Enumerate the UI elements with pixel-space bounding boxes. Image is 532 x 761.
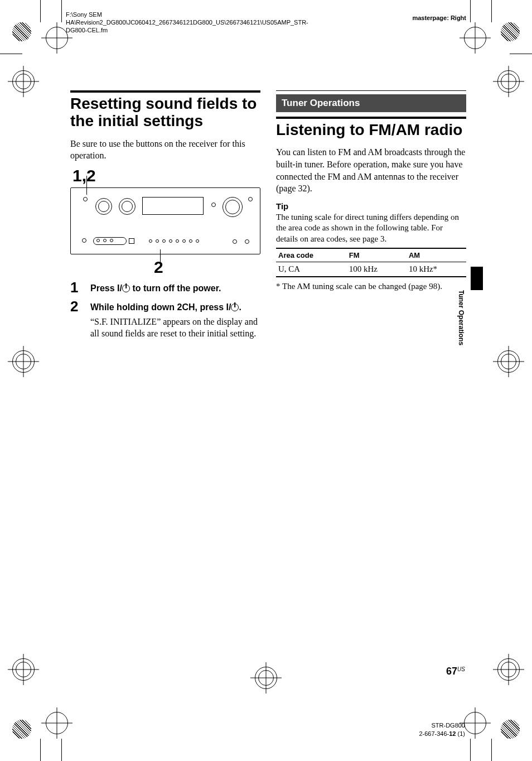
page-number: 67US <box>446 666 465 677</box>
crop-hatch-bl <box>12 720 31 739</box>
crop-line <box>470 739 471 761</box>
area-code-table: Area code FM AM U, CA 100 kHz 10 kHz* <box>276 248 466 277</box>
thumb-tab <box>471 267 483 290</box>
table-header: Area code <box>276 248 347 262</box>
heading-rule <box>276 90 466 91</box>
reg-mark-right-mid <box>497 350 520 373</box>
crop-line <box>40 739 41 761</box>
heading-rule <box>70 90 260 93</box>
callout-bottom: 2 <box>154 258 260 277</box>
crop-hatch-br <box>501 720 520 739</box>
reg-mark-left-lower <box>12 658 35 681</box>
reg-mark-top-left <box>46 27 68 49</box>
source-file-path: F:\Sony SEM HA\Revision2_DG800\JC060412_… <box>66 11 239 34</box>
crop-line <box>491 739 492 761</box>
reg-mark-right-lower <box>497 658 520 681</box>
tip-body: The tuning scale for direct tuning diffe… <box>276 212 466 245</box>
reg-mark-left-upper <box>12 70 35 93</box>
crop-line <box>0 54 22 54</box>
receiver-illustration <box>70 187 260 254</box>
table-footnote: * The AM tuning scale can be changed (pa… <box>276 282 466 291</box>
right-intro: You can listen to FM and AM broadcasts t… <box>276 146 466 194</box>
step-number: 1 <box>70 280 85 295</box>
crop-line <box>40 0 41 22</box>
footer-meta: STR-DG800 2-667-346-12 (1) <box>419 721 465 738</box>
table-cell: U, CA <box>276 262 347 277</box>
chapter-label: Tuner Operations <box>276 94 466 112</box>
reg-mark-bottom-right <box>464 712 486 734</box>
reg-mark-top-right <box>464 27 486 49</box>
crop-line <box>491 0 492 22</box>
step-1: 1 Press I/ to turn off the power. <box>70 280 260 295</box>
table-cell: 100 kHz <box>347 262 407 277</box>
crop-line <box>61 0 62 22</box>
crop-line <box>61 739 62 761</box>
crop-hatch-tr <box>501 22 520 41</box>
doc-number: 2-667-346-12 (1) <box>419 730 465 738</box>
step-2: 2 While holding down 2CH, press I/. “S.F… <box>70 299 260 340</box>
reg-mark-right-upper <box>497 70 520 93</box>
crop-line <box>470 0 471 22</box>
model-name: STR-DG800 <box>419 721 465 729</box>
table-header: AM <box>407 248 466 262</box>
reg-mark-bottom-left <box>46 712 68 734</box>
tip-heading: Tip <box>276 201 466 211</box>
reg-mark-center-mid <box>255 667 277 689</box>
step-detail: “S.F. INITIALIZE” appears on the display… <box>90 316 260 340</box>
heading-rule <box>276 117 466 119</box>
power-icon <box>122 285 130 292</box>
crop-hatch-tl <box>12 22 31 41</box>
step-number: 2 <box>70 299 85 340</box>
right-section-title: Listening to FM/AM radio <box>276 121 466 138</box>
table-header: FM <box>347 248 407 262</box>
left-section-title: Resetting sound fields to the initial se… <box>70 95 260 130</box>
left-intro: Be sure to use the buttons on the receiv… <box>70 138 260 162</box>
step-text: Press I/ to turn off the power. <box>90 280 221 295</box>
masterpage-label: masterpage: Right <box>412 15 466 21</box>
crop-line <box>510 54 532 54</box>
power-icon <box>231 304 239 311</box>
reg-mark-left-mid <box>12 350 35 373</box>
table-cell: 10 kHz* <box>407 262 466 277</box>
step-text: While holding down 2CH, press I/. “S.F. … <box>90 299 260 340</box>
callout-top: 1,2 <box>72 166 260 185</box>
